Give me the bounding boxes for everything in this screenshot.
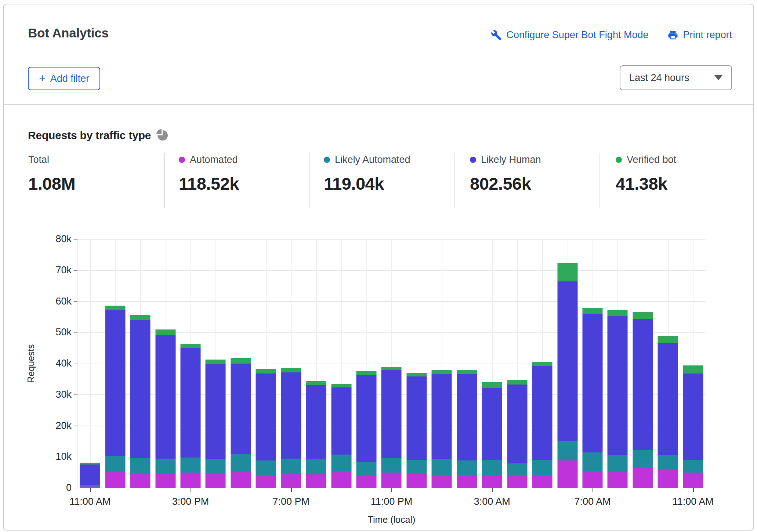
stat-label: Total xyxy=(28,154,49,165)
segment-likely-human xyxy=(130,320,151,458)
segment-likely-automated xyxy=(356,462,377,476)
segment-verified-bot xyxy=(482,382,502,388)
segment-likely-automated xyxy=(206,459,226,473)
segment-automated xyxy=(180,473,200,488)
segment-verified-bot xyxy=(432,370,452,374)
stacked-bar-1100am[interactable] xyxy=(80,463,100,488)
chevron-down-icon xyxy=(714,75,722,80)
stacked-bar-1100am[interactable] xyxy=(683,365,703,488)
print-report-link[interactable]: Print report xyxy=(667,29,732,41)
x-axis-tick-label: 11:00 PM xyxy=(371,496,413,507)
stacked-bar-200pm[interactable] xyxy=(155,329,175,488)
segment-verified-bot xyxy=(507,380,527,385)
chart-slot xyxy=(655,239,680,488)
segment-likely-human xyxy=(331,387,351,455)
stacked-bar-700am[interactable] xyxy=(582,308,602,488)
stat-likely-automated: Likely Automated 119.04k xyxy=(324,154,410,194)
stat-label: Automated xyxy=(190,154,238,165)
chart-slot xyxy=(530,239,555,488)
stat-divider xyxy=(454,153,455,208)
add-filter-button[interactable]: + Add filter xyxy=(28,67,100,90)
time-range-select[interactable]: Last 24 hours xyxy=(620,65,732,90)
segment-likely-human xyxy=(532,366,553,460)
segment-automated xyxy=(256,475,276,488)
segment-likely-automated xyxy=(180,458,200,473)
segment-likely-automated xyxy=(658,455,678,470)
segment-verified-bot xyxy=(532,362,553,366)
segment-likely-human xyxy=(80,464,100,485)
x-axis-tick xyxy=(90,488,91,492)
y-axis-tick xyxy=(74,270,77,271)
stat-label: Likely Human xyxy=(481,154,541,165)
segment-likely-human xyxy=(356,375,377,462)
y-axis-tick-label: 20k xyxy=(42,420,72,431)
stacked-bar-500pm[interactable] xyxy=(231,358,251,488)
stacked-bar-800am[interactable] xyxy=(608,310,628,488)
segment-automated xyxy=(155,474,175,488)
chart-slot xyxy=(630,239,655,488)
segment-likely-automated xyxy=(532,460,553,475)
stacked-bar-400pm[interactable] xyxy=(206,360,226,488)
segment-verified-bot xyxy=(180,344,200,349)
segment-verified-bot xyxy=(582,308,602,314)
bot-analytics-panel: Bot Analytics Configure Super Bot Fight … xyxy=(3,4,754,531)
stacked-bar-100pm[interactable] xyxy=(130,315,151,488)
stacked-bar-900am[interactable] xyxy=(633,312,653,488)
segment-likely-automated xyxy=(155,459,175,474)
configure-super-bot-fight-mode-link[interactable]: Configure Super Bot Fight Mode xyxy=(491,29,648,41)
segment-verified-bot xyxy=(608,310,628,316)
stacked-bar-1000am[interactable] xyxy=(658,336,678,488)
segment-likely-human xyxy=(683,374,703,460)
segment-likely-human xyxy=(105,310,125,456)
stacked-bar-100am[interactable] xyxy=(432,370,452,488)
stat-value: 118.52k xyxy=(179,174,239,194)
y-axis-title: Requests xyxy=(26,344,36,383)
pie-chart-icon xyxy=(157,130,169,141)
segment-likely-automated xyxy=(432,459,452,475)
likely-automated-legend-dot xyxy=(324,157,330,163)
chart-slot xyxy=(228,239,253,488)
stacked-bar-400am[interactable] xyxy=(507,380,527,488)
chart-slot xyxy=(102,239,127,488)
segment-likely-human xyxy=(582,314,602,452)
stacked-bar-700pm[interactable] xyxy=(281,368,301,488)
stacked-bar-600am[interactable] xyxy=(557,263,577,488)
stacked-bar-1200pm[interactable] xyxy=(105,306,125,488)
stacked-bar-900pm[interactable] xyxy=(331,384,351,488)
likely-human-legend-dot xyxy=(470,157,476,163)
add-filter-label: Add filter xyxy=(50,73,90,84)
segment-likely-automated xyxy=(633,450,653,468)
segment-automated xyxy=(331,471,351,488)
stacked-bar-500am[interactable] xyxy=(532,362,553,488)
y-axis-tick-label: 30k xyxy=(42,389,72,400)
stacked-bar-600pm[interactable] xyxy=(256,369,276,488)
segment-automated xyxy=(507,475,527,488)
verified-bot-legend-dot xyxy=(616,157,622,163)
stat-total: Total 1.08M xyxy=(28,154,75,194)
chart-slot: 7:00 AM xyxy=(580,239,605,488)
stacked-bar-1100pm[interactable] xyxy=(381,367,402,488)
stat-divider xyxy=(600,153,600,208)
stacked-bar-200am[interactable] xyxy=(457,370,477,488)
segment-likely-automated xyxy=(256,460,276,475)
stacked-bar-1200am[interactable] xyxy=(406,373,427,488)
stat-value: 802.56k xyxy=(470,174,541,194)
segment-automated xyxy=(482,475,502,488)
segment-likely-human xyxy=(633,319,653,450)
chart-slot xyxy=(153,239,178,488)
segment-automated xyxy=(432,475,452,488)
y-axis-tick xyxy=(74,332,77,333)
x-axis-tick-label: 7:00 AM xyxy=(574,496,611,507)
chart-slot xyxy=(504,239,529,488)
stacked-bar-300pm[interactable] xyxy=(180,344,200,488)
stacked-bar-800pm[interactable] xyxy=(306,381,326,488)
stat-value: 41.38k xyxy=(616,174,676,194)
segment-likely-human xyxy=(256,374,276,460)
chart-slot: 11:00 AM xyxy=(681,239,706,488)
bar-slots: 11:00 AM3:00 PM7:00 PM11:00 PM3:00 AM7:0… xyxy=(77,239,706,488)
stacked-bar-1000pm[interactable] xyxy=(356,371,377,488)
segment-automated xyxy=(406,474,427,488)
stacked-bar-300am[interactable] xyxy=(482,382,502,488)
segment-likely-human xyxy=(608,316,628,455)
y-axis-tick xyxy=(74,426,77,426)
